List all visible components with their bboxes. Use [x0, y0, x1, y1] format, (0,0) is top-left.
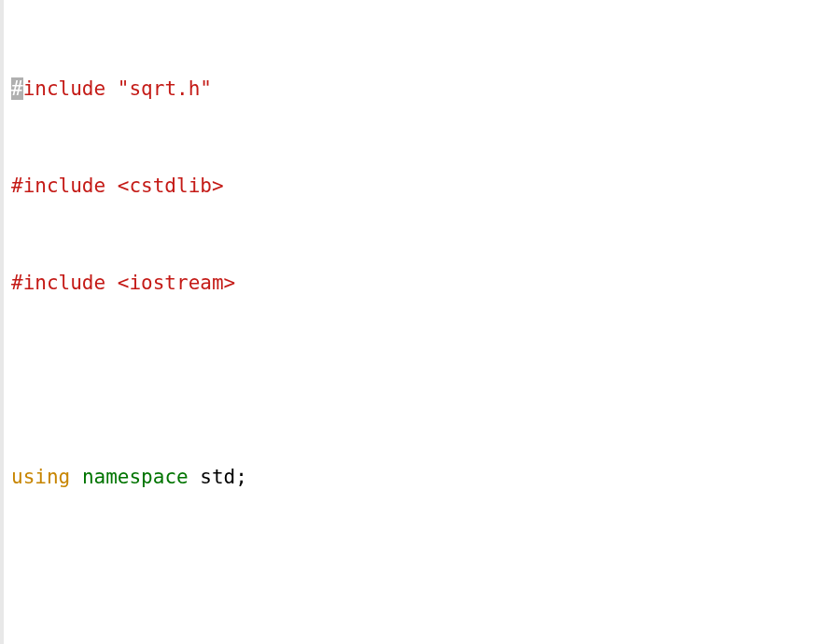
code-line: [11, 368, 840, 392]
include-target: <iostream>: [105, 272, 235, 294]
whitespace: [189, 466, 201, 488]
whitespace: [70, 466, 82, 488]
code-line: [11, 562, 840, 586]
namespace-token: namespace: [82, 466, 189, 488]
preproc-token: include: [23, 77, 106, 100]
punct-token: ;: [235, 466, 247, 488]
preproc-token: #include: [11, 272, 105, 294]
preproc-token: #include: [11, 175, 105, 197]
code-editor[interactable]: #include "sqrt.h" #include <cstdlib> #in…: [0, 0, 840, 644]
include-target: <cstdlib>: [105, 175, 223, 197]
code-area[interactable]: #include "sqrt.h" #include <cstdlib> #in…: [4, 0, 840, 644]
code-line: using namespace std;: [11, 465, 840, 489]
keyword-token: using: [11, 466, 70, 488]
cursor: #: [11, 77, 23, 100]
code-line: #include <cstdlib>: [11, 174, 840, 198]
identifier-token: std: [200, 466, 235, 488]
include-target: "sqrt.h": [105, 77, 212, 100]
code-line: #include "sqrt.h": [11, 77, 840, 101]
code-line: #include <iostream>: [11, 271, 840, 295]
